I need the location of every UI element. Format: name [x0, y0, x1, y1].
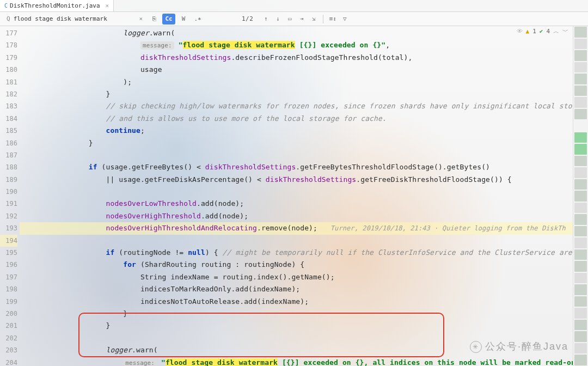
pin-icon[interactable]: ⎘	[148, 14, 160, 25]
select-all-icon[interactable]: ▭	[285, 15, 295, 22]
eye-icon[interactable]: 👁	[517, 28, 523, 35]
prev-match-icon[interactable]: ↑	[261, 15, 271, 22]
ok-count: 4	[546, 28, 550, 35]
code-pane[interactable]: logger.warn( message: "flood stage disk …	[20, 26, 573, 366]
search-query: flood stage disk watermark	[14, 15, 139, 22]
clear-search-icon[interactable]: ×	[139, 15, 143, 22]
close-icon[interactable]: ×	[102, 2, 109, 9]
filter-icon[interactable]: ▽	[340, 15, 350, 22]
watermark: ✳公众号·醉鱼Java	[470, 340, 568, 353]
inspection-status: 👁 ▲ 1 ✔ 4 ︿ ﹀	[517, 26, 569, 36]
add-selection-icon[interactable]: ⇥	[297, 15, 307, 22]
next-match-icon[interactable]: ↓	[273, 15, 283, 22]
words-button[interactable]: W	[177, 14, 189, 25]
minimap[interactable]	[573, 26, 588, 366]
open-in-find-icon[interactable]: ⇲	[309, 15, 318, 22]
settings-icon[interactable]: ≡↕	[328, 15, 338, 22]
tab-bar: C DiskThresholdMonitor.java ×	[0, 0, 588, 12]
file-tab-label: DiskThresholdMonitor.java	[10, 2, 100, 9]
match-counter: 1/2	[242, 15, 253, 22]
search-icon: Q	[7, 15, 10, 22]
java-class-icon: C	[4, 3, 8, 9]
match-case-button[interactable]: Cc	[162, 14, 175, 25]
find-bar: Q flood stage disk watermark × ⎘ Cc W .∗…	[0, 12, 588, 26]
ok-icon: ✔	[540, 28, 543, 35]
warning-count: 1	[532, 28, 536, 35]
chevron-down-icon[interactable]: ﹀	[562, 27, 568, 35]
file-tab[interactable]: C DiskThresholdMonitor.java ×	[0, 0, 114, 11]
search-input[interactable]: Q flood stage disk watermark ×	[3, 13, 146, 25]
code-editor[interactable]: 1771781791801811821831841851861871881891…	[0, 26, 588, 366]
warning-icon: ▲	[526, 28, 530, 35]
chevron-up-icon[interactable]: ︿	[553, 27, 559, 35]
regex-button[interactable]: .∗	[192, 14, 204, 25]
wechat-icon: ✳	[470, 341, 482, 353]
line-number-gutter: 1771781791801811821831841851861871881891…	[0, 26, 20, 366]
